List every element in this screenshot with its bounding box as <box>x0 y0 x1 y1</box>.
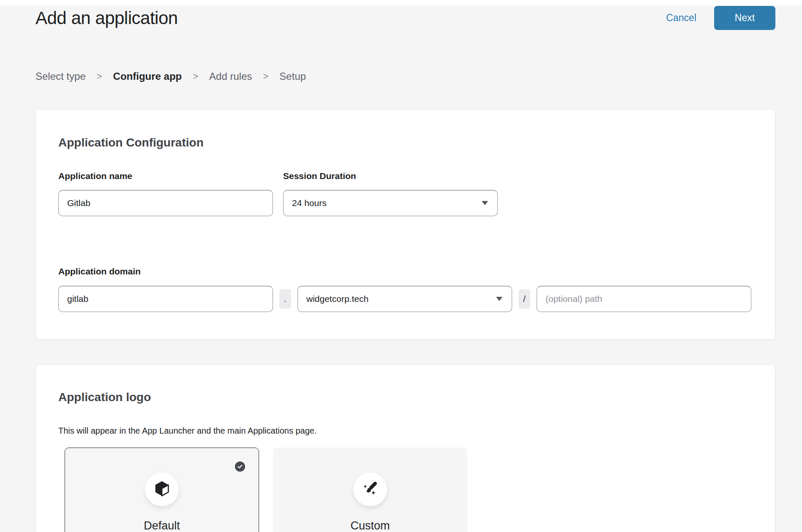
slash-separator: / <box>518 289 530 309</box>
next-button[interactable]: Next <box>714 6 775 30</box>
path-input[interactable] <box>537 286 751 312</box>
paintbrush-icon <box>362 480 379 499</box>
breadcrumb-step-select-type[interactable]: Select type <box>35 71 86 82</box>
application-logo-heading: Application logo <box>58 390 753 404</box>
breadcrumb-step-configure-app[interactable]: Configure app <box>113 71 182 82</box>
domain-value: widgetcorp.tech <box>306 294 368 304</box>
chevron-down-icon <box>496 297 502 301</box>
session-duration-select[interactable]: 24 hours <box>283 190 498 216</box>
logo-option-default[interactable]: Default <box>65 448 259 532</box>
application-name-input[interactable] <box>58 190 273 216</box>
breadcrumb-step-setup[interactable]: Setup <box>279 71 306 82</box>
session-duration-value: 24 hours <box>292 198 327 208</box>
cancel-button[interactable]: Cancel <box>666 6 696 30</box>
chevron-down-icon <box>482 201 488 205</box>
default-logo-circle <box>145 472 179 506</box>
subdomain-input[interactable] <box>58 286 273 312</box>
application-domain-row: . widgetcorp.tech / <box>58 286 753 312</box>
check-icon <box>235 461 245 472</box>
header-actions: Cancel Next <box>666 6 775 30</box>
logo-option-label: Custom <box>273 519 467 532</box>
logo-option-label: Default <box>65 519 259 532</box>
breadcrumb-step-add-rules[interactable]: Add rules <box>209 71 252 82</box>
add-application-page: Add an application Cancel Next Select ty… <box>0 6 802 532</box>
top-white-strip <box>0 0 802 5</box>
application-domain-label: Application domain <box>58 266 753 277</box>
domain-select[interactable]: widgetcorp.tech <box>297 286 512 312</box>
breadcrumb: Select type > Configure app > Add rules … <box>35 71 775 82</box>
name-session-row: Application name Session Duration 24 hou… <box>58 171 753 216</box>
page-title: Add an application <box>35 6 178 30</box>
application-logo-card: Application logo This will appear in the… <box>35 364 775 532</box>
breadcrumb-separator: > <box>193 71 198 82</box>
dot-separator: . <box>279 289 291 309</box>
logo-option-tiles: Default Custom <box>65 448 753 532</box>
application-configuration-heading: Application Configuration <box>58 136 753 150</box>
custom-logo-circle <box>353 472 387 506</box>
application-name-label: Application name <box>58 171 273 181</box>
application-configuration-card: Application Configuration Application na… <box>35 109 775 339</box>
logo-option-custom[interactable]: Custom <box>273 448 467 532</box>
session-duration-label: Session Duration <box>283 171 498 181</box>
breadcrumb-separator: > <box>263 71 269 82</box>
breadcrumb-separator: > <box>97 71 102 82</box>
application-logo-description: This will appear in the App Launcher and… <box>58 426 753 436</box>
session-duration-field-group: Session Duration 24 hours <box>283 171 498 216</box>
page-header: Add an application Cancel Next <box>35 6 775 30</box>
application-name-field-group: Application name <box>58 171 273 216</box>
cube-icon <box>153 480 170 499</box>
